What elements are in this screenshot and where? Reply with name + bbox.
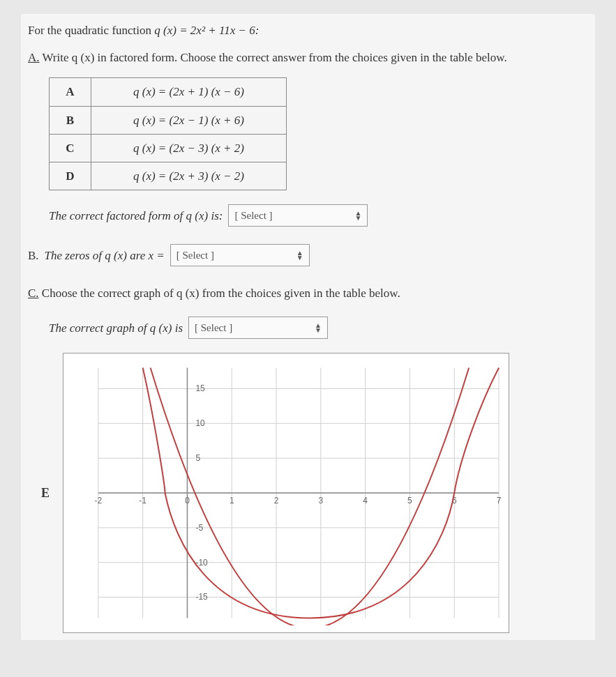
graph-container: -2 -1 0 1 2 3 4 5 6 7 15 10 5 -5 -10 -15: [63, 353, 509, 633]
select-placeholder: [ Select ]: [234, 207, 272, 224]
choice-value: q (x) = (2x + 1) (x − 6): [91, 78, 287, 106]
part-a-text: Write q (x) in factored form. Choose the…: [42, 51, 506, 64]
updown-icon: ▲▼: [296, 250, 303, 260]
table-row: A q (x) = (2x + 1) (x − 6): [50, 78, 287, 106]
choice-key: A: [50, 78, 91, 106]
table-row: C q (x) = (2x − 3) (x + 2): [50, 134, 287, 162]
select-placeholder: [ Select ]: [176, 247, 214, 264]
svg-text:-15: -15: [195, 593, 208, 602]
select-placeholder: [ Select ]: [195, 319, 232, 336]
select-graph[interactable]: [ Select ] ▲▼: [188, 317, 328, 339]
intro-prefix: For the quadratic function: [28, 24, 154, 37]
graph-svg: -2 -1 0 1 2 3 4 5 6 7 15 10 5 -5 -10 -15: [70, 360, 502, 625]
svg-text:5: 5: [407, 496, 412, 505]
question-container: For the quadratic function q (x) = 2x² +…: [21, 14, 595, 640]
svg-text:2: 2: [274, 496, 279, 505]
choice-key: B: [50, 106, 91, 134]
graph-label: E: [28, 483, 63, 503]
select-factored-form[interactable]: [ Select ] ▲▼: [228, 204, 368, 227]
prompt-b-line: B. The zeros of q (x) are x = [ Select ]…: [28, 244, 588, 266]
choice-value: q (x) = (2x − 3) (x + 2): [91, 134, 287, 162]
choice-value: q (x) = (2x − 1) (x + 6): [91, 106, 287, 134]
part-b-label: B.: [28, 246, 39, 265]
prompt-c-sub: The correct graph of q (x) is: [49, 319, 183, 337]
updown-icon: ▲▼: [315, 323, 322, 333]
svg-text:10: 10: [195, 419, 205, 429]
prompt-a-line: The correct factored form of q (x) is: […: [49, 204, 588, 227]
intro-function: q (x) = 2x² + 11x − 6:: [154, 24, 259, 37]
svg-text:-5: -5: [195, 523, 203, 533]
svg-text:15: 15: [195, 384, 205, 394]
part-c-label: C.: [28, 287, 39, 300]
choice-value: q (x) = (2x + 3) (x − 2): [91, 162, 287, 190]
select-zeros[interactable]: [ Select ] ▲▼: [170, 244, 310, 266]
svg-text:-1: -1: [139, 496, 147, 505]
choice-key: C: [50, 134, 91, 162]
prompt-a-text: The correct factored form of q (x) is:: [49, 206, 223, 225]
choices-table: A q (x) = (2x + 1) (x − 6) B q (x) = (2x…: [49, 77, 287, 190]
updown-icon: ▲▼: [355, 211, 362, 220]
choice-key: D: [50, 162, 91, 190]
part-a-label: A.: [28, 51, 40, 64]
svg-text:0: 0: [185, 496, 190, 505]
svg-text:3: 3: [319, 496, 324, 505]
part-a-prompt: A. Write q (x) in factored form. Choose …: [28, 48, 588, 67]
question-intro: For the quadratic function q (x) = 2x² +…: [28, 21, 588, 40]
table-row: D q (x) = (2x + 3) (x − 2): [50, 162, 287, 190]
svg-text:1: 1: [230, 496, 234, 505]
svg-text:4: 4: [363, 496, 368, 505]
parabola-curve-2: [151, 368, 469, 625]
svg-text:-2: -2: [95, 496, 103, 505]
svg-text:7: 7: [497, 496, 502, 505]
part-c-section: C. Choose the correct graph of q (x) fro…: [28, 284, 588, 339]
part-c-prompt: C. Choose the correct graph of q (x) fro…: [28, 284, 588, 303]
prompt-c-line: The correct graph of q (x) is [ Select ]…: [49, 317, 588, 339]
table-row: B q (x) = (2x − 1) (x + 6): [50, 106, 287, 134]
svg-text:5: 5: [195, 453, 200, 463]
graph-row: E: [28, 353, 588, 633]
part-c-text: Choose the correct graph of q (x) from t…: [42, 287, 400, 300]
prompt-b-text: The zeros of q (x) are x =: [45, 246, 165, 265]
